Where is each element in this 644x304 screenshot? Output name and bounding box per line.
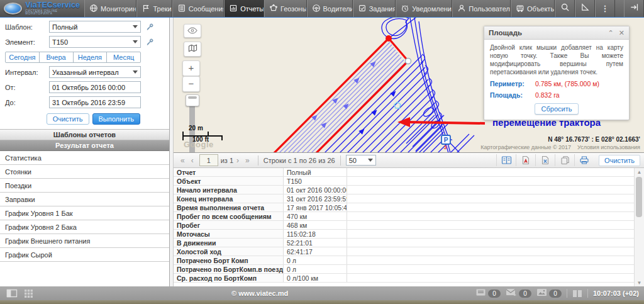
nav-notifications[interactable]: Уведомления	[396, 0, 452, 17]
scrollbar-thumb[interactable]	[636, 177, 642, 217]
table-row[interactable]: Моточасы115:02:18	[174, 230, 644, 239]
export-pdf-button[interactable]	[516, 154, 535, 166]
nav-units[interactable]: Объекты	[511, 0, 555, 17]
clear-button[interactable]: Очистить	[47, 113, 89, 125]
interval-label: Интервал:	[5, 69, 49, 76]
table-row[interactable]: Начало интервала01 окт 2016 00:00:00	[174, 186, 644, 194]
result-item-trips[interactable]: Поездки	[0, 179, 169, 193]
scroll-up-arrow[interactable]: ▲	[635, 168, 644, 176]
nav-reports[interactable]: Отчеты	[224, 0, 264, 17]
zoom-out-button[interactable]: −	[182, 76, 200, 92]
area-value: 0.832 га	[535, 91, 560, 99]
more-menu-button[interactable]: ⋮	[595, 0, 615, 17]
range-month-button[interactable]: Месяц	[106, 52, 141, 63]
result-item-raw-chart[interactable]: График Сырой	[0, 248, 169, 262]
clock-time: 10:07:03 (+02)	[593, 290, 639, 297]
zoom-slider-handle[interactable]	[186, 94, 199, 106]
result-item-power-chart[interactable]: График Внешнего питания	[0, 234, 169, 248]
prev-page-button[interactable]: ‹	[188, 156, 197, 165]
table-row[interactable]: Пробег468 км	[174, 221, 644, 230]
result-item-fuelings[interactable]: Заправки	[0, 193, 169, 206]
element-settings-icon[interactable]	[145, 38, 154, 47]
ruler-triangle-icon	[580, 3, 590, 14]
table-row[interactable]: В движении52:21:01	[174, 239, 644, 247]
logo: ViaTECservice СИСТЕМА ONLINE МОНИТОРИНГА	[0, 0, 84, 17]
page-number-input[interactable]	[199, 154, 218, 166]
nav-messages[interactable]: Сообщения	[172, 0, 224, 17]
map-view[interactable]: P 3 перемещение трактора	[174, 18, 644, 153]
table-row[interactable]: Потрачено Борт Комп0 л	[174, 256, 644, 265]
template-settings-icon[interactable]	[145, 23, 154, 31]
execute-button[interactable]: Выполнить	[92, 113, 140, 125]
zoom-in-button[interactable]: +	[182, 60, 200, 76]
first-page-button[interactable]: «	[177, 156, 188, 165]
measure-button[interactable]	[575, 0, 595, 17]
table-row[interactable]: Время выполнения отчета17 янв 2017 10:05…	[174, 203, 644, 212]
range-week-button[interactable]: Неделя	[73, 52, 108, 63]
grid-view-button[interactable]	[24, 289, 33, 298]
nav-geofences[interactable]: Геозоны	[264, 0, 307, 17]
nav-label: Треки	[153, 5, 171, 13]
logout-icon	[630, 3, 639, 14]
templates-section-header[interactable]: Шаблоны отчетов	[0, 129, 169, 140]
copy-report-button[interactable]	[555, 154, 574, 166]
nav-label: Отчеты	[240, 5, 264, 13]
table-row[interactable]: Потрачено по БортКомп.в поездках0 л	[174, 265, 644, 274]
table-row[interactable]: ОбъектТ150	[174, 177, 644, 186]
table-row[interactable]: Ср. расход по БортКомп0 л/100 км	[174, 274, 644, 283]
nav-jobs[interactable]: Задания	[353, 0, 396, 17]
clear-report-button[interactable]: Очистить	[599, 155, 640, 166]
log-count-badge: 0	[488, 290, 501, 298]
logout-button[interactable]	[624, 0, 644, 17]
last-page-button[interactable]: »	[242, 156, 253, 165]
result-item-fuel-chart-1[interactable]: График Уровня 1 Бак	[0, 206, 169, 220]
globe-icon	[89, 4, 98, 14]
messages-counter[interactable]: 0	[506, 288, 531, 299]
columns-button[interactable]	[572, 290, 582, 298]
open-report-button[interactable]	[496, 154, 516, 166]
table-row[interactable]: Пробег по всем сообщениям470 км	[174, 212, 644, 221]
export-excel-button[interactable]	[535, 154, 555, 166]
media-counter[interactable]: 0	[536, 288, 562, 299]
template-label: Шаблон:	[5, 23, 49, 31]
user-icon	[457, 4, 466, 14]
collapse-icon[interactable]: ⌃	[608, 30, 614, 37]
toggle-panel-button[interactable]	[6, 289, 18, 298]
popup-header[interactable]: Площадь ⌃ ✕	[484, 26, 629, 40]
map-layers-button[interactable]	[184, 42, 201, 57]
table-row[interactable]: Холостой ход62:41:17	[174, 247, 644, 256]
element-select[interactable]: Т150	[49, 36, 141, 48]
nav-tracks[interactable]: Треки	[136, 0, 172, 17]
range-yesterday-button[interactable]: Вчера	[39, 52, 74, 63]
page-size-select[interactable]: 50	[346, 155, 376, 166]
terms-link[interactable]: Условия использования	[577, 144, 640, 150]
scroll-down-arrow[interactable]: ▼	[635, 279, 644, 286]
result-item-parkings[interactable]: Стоянки	[0, 165, 169, 179]
print-button[interactable]	[574, 154, 594, 166]
result-item-fuel-chart-2[interactable]: График Уровня 2 Бака	[0, 220, 169, 234]
next-page-button[interactable]: ›	[233, 156, 242, 165]
interval-select[interactable]: Указанный интервал	[49, 66, 141, 78]
table-row[interactable]: ОтчетПолный	[174, 168, 644, 177]
close-icon[interactable]: ✕	[619, 30, 625, 37]
table-scrollbar[interactable]: ▲ ▼	[634, 168, 644, 286]
nav-monitoring[interactable]: Мониторинг	[84, 0, 136, 17]
visibility-button[interactable]	[184, 24, 201, 38]
result-item-statistics[interactable]: Статистика	[0, 151, 169, 165]
template-select[interactable]: Полный	[49, 21, 141, 33]
result-section-header[interactable]: Результат отчета	[0, 140, 169, 151]
vehicle-icon	[516, 4, 525, 14]
area-measure-popup: Площадь ⌃ ✕ Двойной клик мышки добавляет…	[484, 26, 630, 120]
nav-users[interactable]: Пользователи	[452, 0, 511, 17]
log-counter[interactable]: 0	[475, 288, 501, 299]
log-icon	[475, 288, 486, 299]
reset-button[interactable]: Сбросить	[535, 103, 579, 115]
range-today-button[interactable]: Сегодня	[5, 52, 40, 63]
table-row[interactable]: Конец интервала31 окт 2016 23:59:59	[174, 194, 644, 203]
to-date-input[interactable]	[49, 96, 141, 108]
nav-drivers[interactable]: Водители	[307, 0, 353, 17]
search-button[interactable]	[555, 0, 575, 17]
from-date-input[interactable]	[49, 81, 141, 93]
copyright-link[interactable]: © www.viatec.md	[231, 290, 288, 297]
envelope-icon	[506, 288, 517, 299]
